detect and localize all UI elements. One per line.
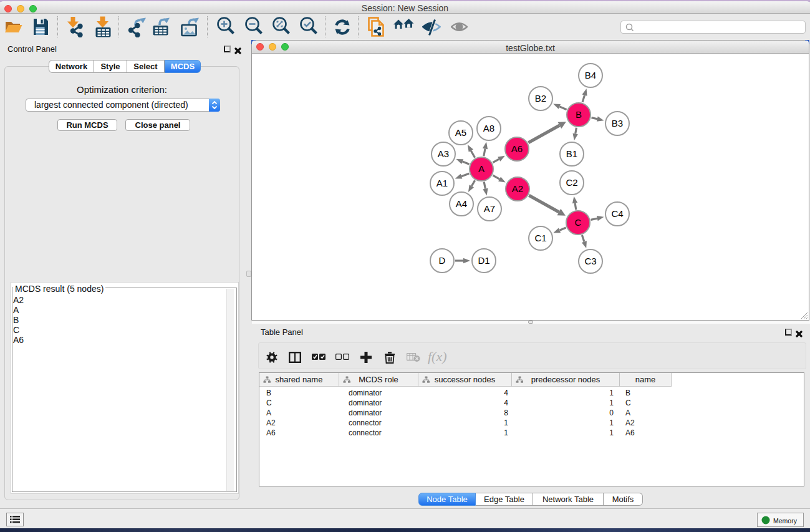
svg-text:B: B — [576, 109, 582, 120]
svg-text:A2: A2 — [512, 183, 523, 194]
svg-text:C2: C2 — [566, 177, 577, 188]
svg-text:D: D — [439, 255, 446, 266]
svg-text:C4: C4 — [611, 208, 623, 219]
svg-text:A1: A1 — [436, 178, 448, 188]
svg-text:B2: B2 — [535, 93, 546, 104]
svg-text:B4: B4 — [585, 70, 596, 80]
svg-text:A: A — [478, 163, 485, 174]
svg-text:C1: C1 — [534, 233, 546, 243]
svg-text:A6: A6 — [511, 143, 523, 154]
svg-text:A3: A3 — [438, 148, 449, 159]
svg-text:A5: A5 — [455, 127, 466, 138]
svg-text:A4: A4 — [456, 198, 467, 209]
svg-text:D1: D1 — [478, 255, 489, 266]
svg-text:A8: A8 — [483, 123, 494, 133]
svg-text:B3: B3 — [612, 118, 623, 128]
svg-text:C: C — [575, 217, 582, 228]
svg-text:B1: B1 — [566, 148, 577, 159]
svg-text:C3: C3 — [584, 256, 596, 266]
svg-text:A7: A7 — [484, 203, 495, 214]
